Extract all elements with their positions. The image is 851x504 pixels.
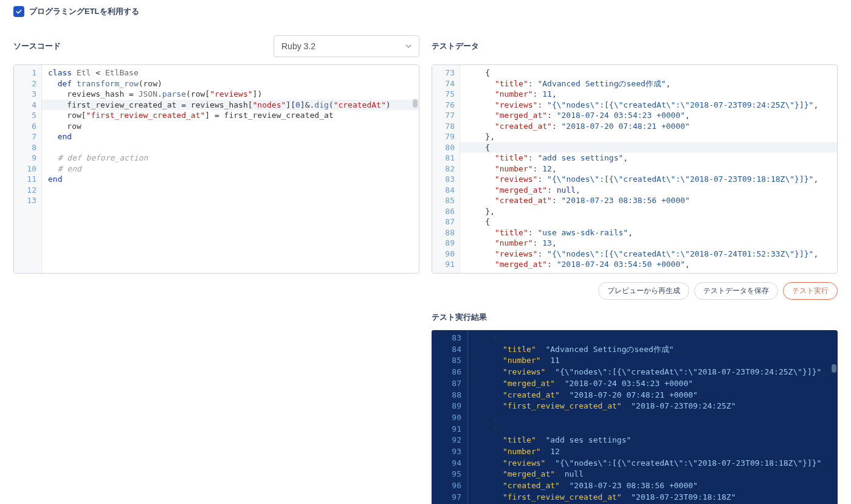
regenerate-button[interactable]: プレビューから再生成	[598, 282, 689, 300]
result-viewer[interactable]: 83848586878889909192939495969798 { "titl…	[432, 330, 838, 504]
etl-checkbox[interactable]	[13, 6, 24, 17]
etl-checkbox-row: プログラミングETLを利用する	[13, 6, 838, 17]
etl-checkbox-label: プログラミングETLを利用する	[29, 6, 139, 17]
source-column: ソースコード Ruby 3.2 12345678910111213 class …	[13, 35, 419, 504]
chevron-down-icon	[405, 43, 412, 49]
source-title: ソースコード	[13, 41, 61, 52]
test-column: テストデータ 737475767778798081828384858687888…	[432, 35, 838, 504]
save-button[interactable]: テストデータを保存	[694, 282, 778, 300]
run-button[interactable]: テスト実行	[783, 282, 838, 300]
test-data-editor[interactable]: 73747576777879808182838485868788899091 {…	[432, 64, 838, 274]
runtime-select[interactable]: Ruby 3.2	[274, 35, 419, 57]
scrollbar-thumb[interactable]	[832, 364, 836, 373]
scrollbar-thumb[interactable]	[413, 99, 418, 108]
runtime-value: Ruby 3.2	[281, 41, 315, 51]
test-data-title: テストデータ	[432, 41, 479, 52]
result-title: テスト実行結果	[432, 312, 838, 323]
source-editor[interactable]: 12345678910111213 class Etl < EtlBase de…	[13, 64, 419, 274]
check-icon	[15, 8, 22, 15]
